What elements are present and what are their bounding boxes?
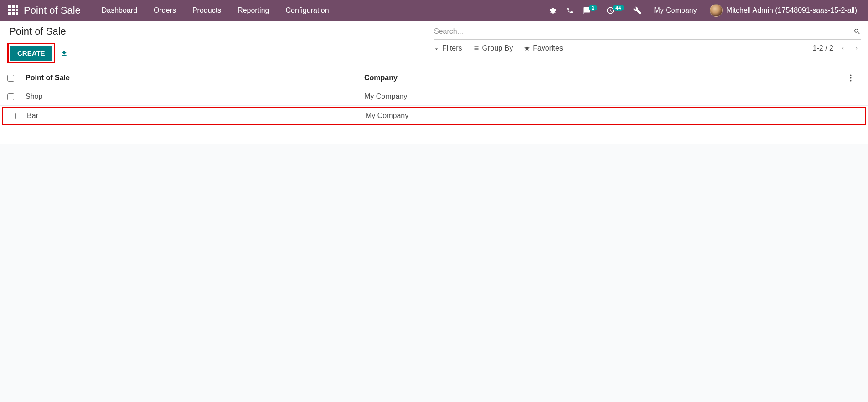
filters-label: Filters [442,44,462,52]
app-brand[interactable]: Point of Sale [24,5,81,16]
activities-badge: 44 [613,5,624,11]
row-name: Bar [27,112,366,120]
avatar [710,4,723,17]
svg-point-4 [850,77,851,78]
menu-configuration[interactable]: Configuration [277,6,337,15]
favorites-label: Favorites [533,44,563,52]
highlight-create: CREATE [7,43,55,63]
messages-badge: 2 [589,5,597,11]
highlight-row: Bar My Company [2,107,866,125]
menu-products[interactable]: Products [184,6,229,15]
header-name[interactable]: Point of Sale [26,74,364,82]
create-button[interactable]: CREATE [10,46,52,61]
user-name-label: Mitchell Admin (17548091-saas-15-2-all) [726,6,857,15]
svg-point-3 [850,74,851,76]
row-company: My Company [366,112,848,120]
filters-button[interactable]: Filters [434,44,462,52]
debug-icon[interactable] [544,6,562,15]
menu-orders[interactable]: Orders [145,6,184,15]
top-navbar: Point of Sale Dashboard Orders Products … [0,0,868,21]
table-row[interactable]: Shop My Company [0,88,868,106]
row-checkbox[interactable] [7,93,14,100]
table-row[interactable]: Bar My Company [3,108,865,124]
menu-reporting[interactable]: Reporting [229,6,277,15]
groupby-label: Group By [482,44,513,52]
export-icon[interactable] [61,50,68,57]
table-header: Point of Sale Company [0,68,868,88]
control-panel: Point of Sale CREATE Filters Group By [0,21,868,68]
pager: 1-2 / 2 [813,44,861,52]
tools-icon[interactable] [629,6,646,15]
table-footer-spacer [0,126,868,144]
search-bar [434,26,861,40]
user-menu[interactable]: Mitchell Admin (17548091-saas-15-2-all) [705,4,864,17]
select-all-checkbox[interactable] [7,75,14,82]
row-name: Shop [26,93,364,101]
row-company: My Company [364,93,850,101]
company-switcher[interactable]: My Company [646,6,705,15]
column-menu-icon[interactable] [850,74,861,82]
list-view: Point of Sale Company Shop My Company Ba… [0,68,868,144]
breadcrumb: Point of Sale [7,26,434,37]
row-checkbox[interactable] [9,113,16,119]
phone-icon[interactable] [562,7,578,14]
header-company[interactable]: Company [364,74,850,82]
favorites-button[interactable]: Favorites [524,44,563,52]
search-input[interactable] [434,26,853,37]
svg-point-5 [850,80,851,81]
messages-icon[interactable]: 2 [578,6,602,15]
groupby-button[interactable]: Group By [473,44,513,52]
pager-range: 1-2 / 2 [813,44,833,52]
search-icon[interactable] [853,28,861,35]
pager-prev-icon[interactable] [839,45,847,52]
menu-dashboard[interactable]: Dashboard [93,6,145,15]
pager-next-icon[interactable] [852,45,861,52]
activities-icon[interactable]: 44 [602,6,628,15]
apps-icon[interactable] [8,5,19,16]
